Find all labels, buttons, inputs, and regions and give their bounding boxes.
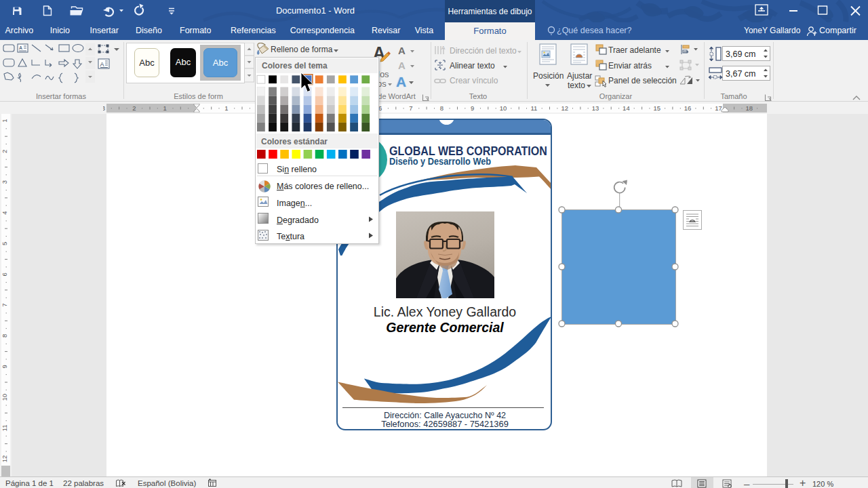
svg-text:4: 4 xyxy=(1,211,8,214)
svg-text:11: 11 xyxy=(1,425,8,432)
svg-text:10: 10 xyxy=(500,104,507,112)
svg-text:18: 18 xyxy=(746,104,753,112)
svg-text:8: 8 xyxy=(1,334,8,338)
svg-text:3: 3 xyxy=(103,104,105,112)
svg-text:16: 16 xyxy=(684,104,692,112)
svg-text:1: 1 xyxy=(163,104,167,112)
svg-text:7: 7 xyxy=(1,303,8,306)
svg-text:8: 8 xyxy=(440,104,443,112)
svg-text:7: 7 xyxy=(409,104,412,112)
svg-text:12: 12 xyxy=(1,455,8,463)
svg-text:A: A xyxy=(100,61,104,68)
svg-text:14: 14 xyxy=(623,104,630,112)
svg-text:2: 2 xyxy=(1,150,8,153)
svg-text:9: 9 xyxy=(1,365,8,368)
svg-text:A: A xyxy=(19,45,22,50)
svg-text:5: 5 xyxy=(1,242,8,245)
svg-text:12: 12 xyxy=(561,104,568,112)
svg-text:13: 13 xyxy=(592,104,599,112)
svg-text:10: 10 xyxy=(1,394,8,401)
svg-text:1: 1 xyxy=(1,119,8,122)
svg-text:Colores estándar: Colores estándar xyxy=(261,137,328,146)
svg-text:6: 6 xyxy=(1,272,8,276)
svg-text:15: 15 xyxy=(654,104,661,112)
svg-text:3: 3 xyxy=(1,180,8,184)
svg-text:9: 9 xyxy=(471,104,474,112)
svg-text:A: A xyxy=(441,45,446,51)
svg-text:11: 11 xyxy=(530,104,537,112)
svg-text:1: 1 xyxy=(224,104,228,112)
svg-text:2: 2 xyxy=(132,104,136,112)
